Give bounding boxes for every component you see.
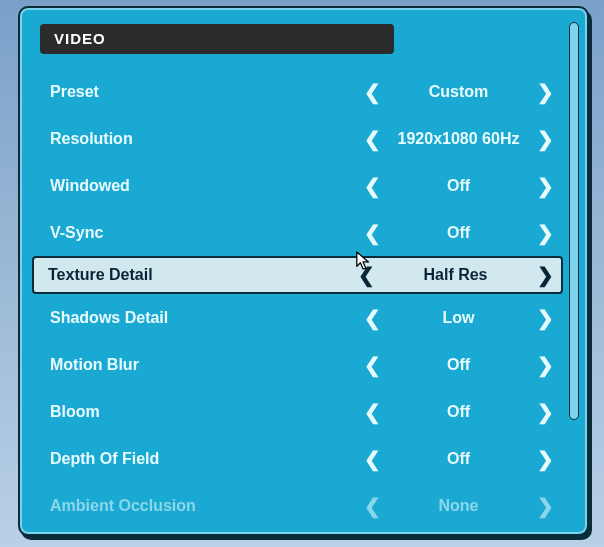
setting-row-motion-blur[interactable]: Motion Blur ❮ Off ❯ (38, 341, 557, 388)
chevron-left-icon[interactable]: ❮ (354, 263, 378, 287)
setting-row-preset[interactable]: Preset ❮ Custom ❯ (38, 68, 557, 115)
setting-label: Bloom (38, 403, 360, 421)
setting-label: Resolution (38, 130, 360, 148)
setting-value: None (384, 497, 533, 515)
chevron-left-icon[interactable]: ❮ (360, 306, 384, 330)
settings-panel: VIDEO Preset ❮ Custom ❯ Resolution ❮ 192… (18, 6, 589, 536)
chevron-right-icon[interactable]: ❯ (533, 263, 557, 287)
chevron-left-icon[interactable]: ❮ (360, 174, 384, 198)
setting-row-shadows-detail[interactable]: Shadows Detail ❮ Low ❯ (38, 294, 557, 341)
chevron-right-icon[interactable]: ❯ (533, 221, 557, 245)
setting-row-resolution[interactable]: Resolution ❮ 1920x1080 60Hz ❯ (38, 115, 557, 162)
setting-label: Depth Of Field (38, 450, 360, 468)
setting-value: Half Res (378, 266, 533, 284)
chevron-right-icon[interactable]: ❯ (533, 494, 557, 518)
setting-label: Shadows Detail (38, 309, 360, 327)
chevron-left-icon[interactable]: ❮ (360, 80, 384, 104)
setting-row-depth-of-field[interactable]: Depth Of Field ❮ Off ❯ (38, 435, 557, 482)
chevron-left-icon[interactable]: ❮ (360, 221, 384, 245)
scrollbar[interactable] (569, 22, 579, 420)
chevron-right-icon[interactable]: ❯ (533, 174, 557, 198)
setting-label: Ambient Occlusion (38, 497, 360, 515)
setting-label: Preset (38, 83, 360, 101)
setting-value: Off (384, 177, 533, 195)
setting-label: Texture Detail (38, 266, 354, 284)
chevron-right-icon[interactable]: ❯ (533, 306, 557, 330)
chevron-left-icon[interactable]: ❮ (360, 447, 384, 471)
chevron-right-icon[interactable]: ❯ (533, 353, 557, 377)
setting-row-windowed[interactable]: Windowed ❮ Off ❯ (38, 162, 557, 209)
setting-row-ambient-occlusion[interactable]: Ambient Occlusion ❮ None ❯ (38, 482, 557, 529)
setting-value: Off (384, 224, 533, 242)
setting-label: V-Sync (38, 224, 360, 242)
chevron-right-icon[interactable]: ❯ (533, 447, 557, 471)
setting-value: Off (384, 403, 533, 421)
chevron-left-icon[interactable]: ❮ (360, 353, 384, 377)
settings-rows: Preset ❮ Custom ❯ Resolution ❮ 1920x1080… (38, 68, 557, 520)
setting-value: Low (384, 309, 533, 327)
setting-value: Custom (384, 83, 533, 101)
chevron-right-icon[interactable]: ❯ (533, 80, 557, 104)
chevron-left-icon[interactable]: ❮ (360, 127, 384, 151)
chevron-right-icon[interactable]: ❯ (533, 400, 557, 424)
setting-label: Motion Blur (38, 356, 360, 374)
setting-row-vsync[interactable]: V-Sync ❮ Off ❯ (38, 209, 557, 256)
setting-row-texture-detail[interactable]: Texture Detail ❮ Half Res ❯ (32, 256, 563, 294)
setting-value: Off (384, 450, 533, 468)
setting-row-bloom[interactable]: Bloom ❮ Off ❯ (38, 388, 557, 435)
section-header: VIDEO (40, 24, 394, 54)
setting-value: 1920x1080 60Hz (384, 130, 533, 148)
setting-label: Windowed (38, 177, 360, 195)
setting-value: Off (384, 356, 533, 374)
chevron-left-icon[interactable]: ❮ (360, 494, 384, 518)
section-title: VIDEO (54, 30, 106, 47)
chevron-left-icon[interactable]: ❮ (360, 400, 384, 424)
chevron-right-icon[interactable]: ❯ (533, 127, 557, 151)
